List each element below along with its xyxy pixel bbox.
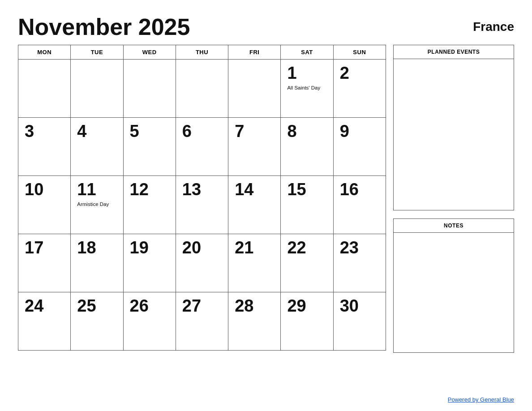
day-number: 12 (130, 180, 169, 199)
day-number: 3 (25, 122, 64, 141)
col-wed: WED (123, 45, 176, 60)
sidebar: PLANNED EVENTS NOTES (393, 45, 514, 353)
calendar-row: 1All Saints' Day2 (18, 60, 386, 118)
col-sun: SUN (333, 45, 386, 60)
day-number: 26 (130, 297, 169, 316)
notes-box: NOTES (393, 218, 514, 353)
calendar-cell: 29 (281, 292, 333, 351)
day-number: 15 (287, 180, 326, 199)
calendar-cell: 2 (333, 60, 386, 118)
calendar-cell: 17 (18, 234, 71, 292)
calendar-cell: 6 (176, 118, 228, 176)
holiday-label: Armistice Day (77, 201, 116, 208)
day-number: 24 (25, 297, 64, 316)
calendar-cell: 1All Saints' Day (281, 60, 333, 118)
planned-events-header: PLANNED EVENTS (394, 45, 514, 59)
calendar-cell: 25 (71, 292, 123, 351)
planned-events-box: PLANNED EVENTS (393, 45, 514, 210)
calendar-cell: 19 (123, 234, 176, 292)
calendar-section: MON TUE WED THU FRI SAT SUN 1All Saints'… (18, 45, 386, 353)
day-number: 1 (287, 64, 326, 83)
day-number: 21 (235, 239, 274, 257)
day-number: 30 (340, 297, 379, 316)
calendar-cell (71, 60, 123, 118)
calendar-cell: 20 (176, 234, 228, 292)
calendar-cell: 30 (333, 292, 386, 351)
day-number: 23 (340, 239, 379, 257)
calendar-cell (176, 60, 228, 118)
notes-body (394, 233, 514, 352)
main-layout: MON TUE WED THU FRI SAT SUN 1All Saints'… (18, 45, 514, 353)
calendar-cell: 4 (71, 118, 123, 176)
calendar-cell: 26 (123, 292, 176, 351)
col-mon: MON (18, 45, 71, 60)
calendar-cell: 12 (123, 176, 176, 234)
day-number: 5 (130, 122, 169, 141)
day-number: 20 (182, 239, 222, 257)
calendar-cell (18, 60, 71, 118)
day-number: 18 (77, 239, 116, 257)
day-number: 25 (77, 297, 116, 316)
calendar-cell: 22 (281, 234, 333, 292)
calendar-cell: 28 (228, 292, 281, 351)
day-number: 4 (77, 122, 116, 141)
calendar-cell: 21 (228, 234, 281, 292)
calendar-cell: 13 (176, 176, 228, 234)
page-header: November 2025 France (18, 13, 514, 40)
day-number: 29 (287, 297, 326, 316)
calendar-cell: 23 (333, 234, 386, 292)
col-thu: THU (176, 45, 228, 60)
day-number: 9 (340, 122, 379, 141)
calendar-cell: 3 (18, 118, 71, 176)
calendar-cell: 27 (176, 292, 228, 351)
calendar-cell: 5 (123, 118, 176, 176)
calendar-cell: 24 (18, 292, 71, 351)
calendar-cell: 15 (281, 176, 333, 234)
calendar-cell: 8 (281, 118, 333, 176)
planned-events-body (394, 59, 514, 210)
calendar-table: MON TUE WED THU FRI SAT SUN 1All Saints'… (18, 45, 386, 351)
calendar-cell (228, 60, 281, 118)
day-number: 13 (182, 180, 222, 199)
powered-by-link[interactable]: Powered by General Blue (448, 396, 514, 403)
calendar-row: 3456789 (18, 118, 386, 176)
col-fri: FRI (228, 45, 281, 60)
day-number: 2 (340, 64, 379, 83)
calendar-cell: 11Armistice Day (71, 176, 123, 234)
day-number: 27 (182, 297, 222, 316)
day-number: 16 (340, 180, 379, 199)
page-title: November 2025 (18, 13, 190, 40)
day-number: 17 (25, 239, 64, 257)
calendar-cell: 10 (18, 176, 71, 234)
notes-header: NOTES (394, 219, 514, 233)
calendar-cell: 14 (228, 176, 281, 234)
calendar-cell (123, 60, 176, 118)
day-number: 8 (287, 122, 326, 141)
calendar-cell: 7 (228, 118, 281, 176)
day-number: 10 (25, 180, 64, 199)
day-number: 22 (287, 239, 326, 257)
day-number: 19 (130, 239, 169, 257)
calendar-cell: 16 (333, 176, 386, 234)
calendar-row: 24252627282930 (18, 292, 386, 351)
footer: Powered by General Blue (448, 396, 514, 403)
col-sat: SAT (281, 45, 333, 60)
day-number: 28 (235, 297, 274, 316)
calendar-row: 1011Armistice Day1213141516 (18, 176, 386, 234)
day-number: 14 (235, 180, 274, 199)
calendar-cell: 9 (333, 118, 386, 176)
calendar-row: 17181920212223 (18, 234, 386, 292)
day-number: 7 (235, 122, 274, 141)
day-number: 6 (182, 122, 222, 141)
calendar-cell: 18 (71, 234, 123, 292)
day-number: 11 (77, 180, 116, 199)
country-label: France (473, 13, 514, 34)
holiday-label: All Saints' Day (287, 85, 326, 91)
calendar-header-row: MON TUE WED THU FRI SAT SUN (18, 45, 386, 60)
col-tue: TUE (71, 45, 123, 60)
